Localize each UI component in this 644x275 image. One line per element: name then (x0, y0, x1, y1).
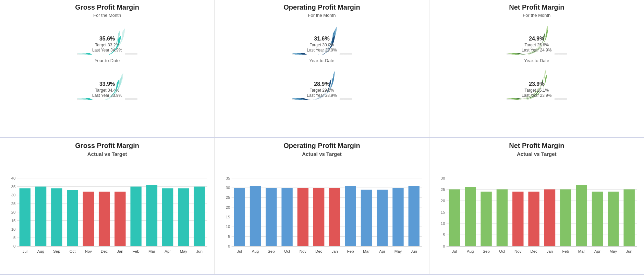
month-label: Dec (530, 249, 537, 253)
bar (114, 192, 125, 246)
gauge-container: 33.9%Target 34.4%Last Year 33.9% (73, 64, 142, 100)
bar (576, 185, 587, 246)
svg-text:20: 20 (11, 210, 16, 214)
bar (234, 187, 245, 246)
dashboard: Gross Profit MarginFor the Month35.6%Tar… (0, 0, 644, 275)
month-label: Jun (626, 249, 632, 253)
svg-text:30: 30 (440, 176, 445, 180)
bar (250, 186, 261, 246)
svg-text:5: 5 (228, 234, 230, 238)
gauge-container: 31.6%Target 30.0%Last Year 29.9% (288, 19, 356, 55)
month-label: Apr (594, 249, 600, 253)
month-label: Aug (252, 249, 259, 253)
month-label: May (394, 249, 402, 253)
bar (67, 190, 78, 246)
month-label: Aug (467, 249, 474, 253)
month-label: Jul (22, 249, 27, 253)
bar (377, 190, 388, 246)
svg-text:5: 5 (13, 236, 15, 240)
gauge-text-group: 24.9%Target 25.6%Last Year 24.9% (502, 35, 571, 53)
gauge-value: 24.9% (502, 35, 571, 43)
bar (608, 192, 619, 246)
month-label: Jun (411, 249, 417, 253)
gauge-label: For the Month (523, 13, 550, 18)
bar (409, 186, 420, 246)
month-label: Jul (452, 249, 457, 253)
svg-text:0: 0 (13, 244, 15, 248)
bar (35, 186, 46, 246)
month-label: Feb (133, 249, 139, 253)
bar (51, 188, 62, 246)
gauge-container: 24.9%Target 25.6%Last Year 24.9% (502, 19, 571, 55)
svg-text:10: 10 (11, 227, 16, 231)
month-label: May (609, 249, 617, 253)
gauge-lastyear: Last Year 24.9% (502, 48, 571, 53)
gauge-label: Year-to-Date (309, 58, 334, 63)
gauge-text-group: 23.9%Target 25.1%Last Year 23.9% (502, 81, 571, 99)
month-label: Sep (268, 249, 275, 253)
top-panel-gross-profit-margin: Gross Profit MarginFor the Month35.6%Tar… (0, 0, 215, 137)
bottom-panel-net-profit-bar: Net Profit MarginActual vs Target0510152… (429, 138, 644, 275)
gauge-label: Year-to-Date (524, 58, 549, 63)
svg-text:15: 15 (11, 218, 16, 222)
svg-text:30: 30 (226, 186, 230, 190)
bar (329, 187, 340, 246)
gauge-lastyear: Last Year 28.9% (288, 93, 356, 99)
panel-title: Net Profit Margin (509, 3, 564, 11)
month-label: Jun (196, 249, 203, 253)
gauge-lastyear: Last Year 29.9% (288, 48, 356, 53)
bar (178, 188, 189, 246)
bar (99, 192, 110, 246)
bar (560, 189, 571, 246)
bar (313, 187, 324, 246)
bar (162, 188, 173, 246)
month-label: Sep (53, 249, 60, 253)
gauge-text-group: 31.6%Target 30.0%Last Year 29.9% (288, 35, 356, 53)
bar (592, 192, 603, 246)
svg-text:15: 15 (440, 210, 445, 214)
month-label: Feb (562, 249, 569, 253)
gauge-text-group: 35.6%Target 33.2%Last Year 34.9% (73, 35, 142, 53)
svg-text:25: 25 (440, 187, 445, 191)
gauge-lastyear: Last Year 23.9% (502, 93, 571, 99)
month-label: Aug (37, 249, 44, 253)
svg-text:0: 0 (443, 244, 445, 248)
gauge-target: Target 25.1% (502, 88, 571, 93)
bar (449, 189, 460, 246)
bar (20, 188, 31, 246)
panel-title: Operating Profit Margin (283, 142, 360, 150)
gauge-label: For the Month (308, 13, 336, 18)
gauge-value: 28.9% (288, 81, 356, 88)
svg-text:25: 25 (11, 202, 16, 206)
gauge-text-group: 28.9%Target 29.6%Last Year 28.9% (288, 81, 356, 99)
gauge-section-ytd: Year-to-Date33.9%Target 34.4%Last Year 3… (7, 58, 207, 101)
panel-subtitle: Actual vs Target (302, 151, 342, 157)
month-label: Jan (331, 249, 338, 253)
gauge-container: 35.6%Target 33.2%Last Year 34.9% (73, 19, 142, 55)
bar (266, 187, 277, 246)
bar (465, 187, 476, 246)
month-label: Mar (148, 249, 155, 253)
month-label: Nov (85, 249, 92, 253)
top-panel-operating-profit-margin: Operating Profit MarginFor the Month31.6… (215, 0, 429, 137)
gauge-target: Target 29.6% (288, 88, 356, 93)
top-panel-net-profit-margin: Net Profit MarginFor the Month24.9%Targe… (429, 0, 644, 137)
month-label: Nov (514, 249, 522, 253)
svg-text:10: 10 (440, 221, 445, 226)
gauge-target: Target 33.2% (73, 43, 142, 48)
panel-subtitle: Actual vs Target (517, 151, 557, 157)
svg-text:10: 10 (226, 225, 230, 229)
top-row: Gross Profit MarginFor the Month35.6%Tar… (0, 0, 644, 138)
month-label: Oct (70, 249, 76, 253)
gauge-value: 23.9% (502, 81, 571, 88)
panel-title: Gross Profit Margin (75, 3, 139, 11)
gauge-value: 35.6% (73, 35, 142, 43)
month-label: Jan (117, 249, 123, 253)
gauge-value: 33.9% (73, 81, 142, 88)
gauge-section-ytd: Year-to-Date23.9%Target 25.1%Last Year 2… (436, 58, 637, 101)
month-label: Sep (483, 249, 489, 253)
gauge-text-group: 33.9%Target 34.4%Last Year 33.9% (73, 81, 142, 99)
month-label: Jan (546, 249, 553, 253)
panel-title: Operating Profit Margin (283, 3, 360, 11)
bar (361, 190, 372, 246)
